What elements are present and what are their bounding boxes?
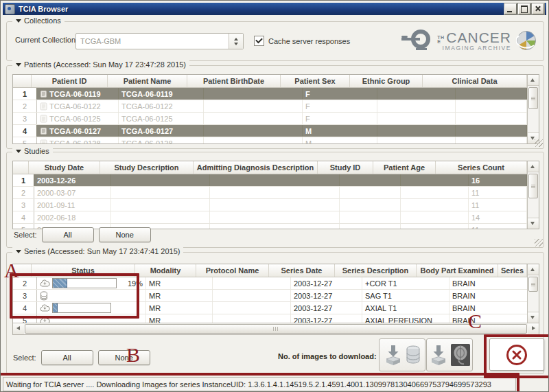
cancel-download-button[interactable] <box>489 338 544 371</box>
arrow-down-icon <box>530 316 535 319</box>
column-header[interactable]: Series Date <box>269 264 335 277</box>
resize-grip[interactable] <box>535 239 543 246</box>
table-row[interactable]: 2 TCGA-06-0122 TCGA-06-0122 F <box>13 100 527 113</box>
column-header[interactable]: Body Part Examined <box>417 264 498 277</box>
column-header[interactable]: Patient Age <box>373 161 436 174</box>
scroll-right-button[interactable] <box>528 323 539 334</box>
cloud-download-icon <box>40 279 50 287</box>
vertical-scrollbar[interactable] <box>527 75 539 143</box>
column-header[interactable]: Ethnic Group <box>350 75 423 87</box>
table-row[interactable]: 3 TCGA-06-0125 TCGA-06-0125 F <box>13 113 527 125</box>
window-title: TCIA Browser <box>19 5 504 13</box>
scrollbar-thumb[interactable] <box>528 277 538 292</box>
table-row[interactable]: 3 2001-09-11 11 <box>13 199 527 211</box>
column-header[interactable]: Patient BirthDate <box>187 75 281 87</box>
database-icon <box>406 345 421 365</box>
ct-scanner-icon <box>401 28 432 53</box>
series-status-cell: 19% <box>37 277 146 289</box>
arrow-up-icon <box>530 165 535 168</box>
column-header[interactable]: Admitting Diagnosis Description <box>194 161 318 174</box>
arrow-up-icon <box>530 78 535 82</box>
series-table-header: Status Modality Protocol Name Series Dat… <box>13 264 527 277</box>
column-header[interactable]: Study ID <box>318 161 373 174</box>
column-header[interactable]: Series Count <box>436 161 527 174</box>
studies-select-none-button[interactable]: None <box>99 227 151 242</box>
patient-record-icon <box>40 102 47 111</box>
globe-sphere-icon <box>516 30 537 51</box>
scroll-up-button[interactable] <box>528 264 539 275</box>
checkbox-box[interactable] <box>254 36 264 46</box>
column-header[interactable]: Patient Name <box>108 75 187 87</box>
scrollbar-thumb[interactable] <box>25 324 527 334</box>
table-row[interactable]: 4 MR 2003-12-27 AXIAL T1 BRAIN 6.000000 <box>13 302 527 314</box>
column-header[interactable]: Status <box>32 264 135 277</box>
scroll-down-button[interactable] <box>528 218 539 229</box>
maximize-button[interactable] <box>518 3 530 14</box>
table-row[interactable]: 4 TCGA-06-0127 TCGA-06-0127 M <box>13 125 527 137</box>
download-images-button[interactable] <box>426 338 473 371</box>
download-to-database-button[interactable] <box>379 338 425 371</box>
table-row[interactable]: 2 19% MR 2003-12-27 +COR T1 BRAIN 12.000… <box>13 277 527 290</box>
column-header[interactable]: Patient ID <box>32 75 108 87</box>
table-row[interactable]: 1 2003-12-26 16 <box>13 174 527 187</box>
column-header[interactable]: Clinical Data <box>423 75 527 87</box>
close-button[interactable] <box>532 3 544 14</box>
minimize-button[interactable] <box>504 3 517 14</box>
studies-select-all-button[interactable]: All <box>42 227 94 242</box>
cloud-download-icon <box>40 304 50 312</box>
scroll-up-button[interactable] <box>528 75 539 86</box>
column-header[interactable]: Series <box>498 264 527 277</box>
brain-mri-thumbnail-icon <box>451 344 470 366</box>
studies-legend[interactable]: Studies <box>12 147 53 155</box>
table-row[interactable]: 5 TCGA-06-0128 TCGA-06-0128 M <box>13 137 527 143</box>
table-row[interactable]: 2 2000-03-07 11 <box>13 187 527 199</box>
title-bar[interactable]: TCIA Browser <box>3 3 546 15</box>
table-row[interactable]: 3 MR 2003-12-27 SAG T1 BRAIN 4.000000 <box>13 290 527 302</box>
horizontal-scrollbar[interactable] <box>13 323 539 334</box>
maximize-icon <box>521 5 528 13</box>
logo-cancer-text: CANCER <box>446 30 511 45</box>
column-header[interactable]: Series Description <box>335 264 417 277</box>
collection-combobox-value: TCGA-GBM <box>76 37 229 45</box>
combobox-spinner[interactable] <box>229 34 243 49</box>
arrow-down-icon <box>530 222 535 225</box>
series-select-label: Select: <box>13 354 36 362</box>
download-box-icon <box>430 345 447 365</box>
vertical-scrollbar[interactable] <box>527 264 539 323</box>
scroll-up-button[interactable] <box>528 161 539 172</box>
cancel-x-icon <box>505 343 528 367</box>
scroll-left-button[interactable] <box>13 323 24 334</box>
column-header[interactable]: Patient Sex <box>281 75 350 87</box>
scrollbar-thumb[interactable] <box>528 174 538 198</box>
scroll-down-button[interactable] <box>528 312 539 323</box>
series-status-cell <box>37 302 146 314</box>
download-box-icon <box>384 345 402 365</box>
patients-table-header: Patient ID Patient Name Patient BirthDat… <box>13 75 527 88</box>
checkmark-icon <box>255 36 263 44</box>
column-header[interactable]: Modality <box>135 264 196 277</box>
patients-legend[interactable]: Patients (Accessed: Sun May 17 23:47:28 … <box>12 60 189 69</box>
download-progress-bar <box>52 278 117 288</box>
vertical-scrollbar[interactable] <box>527 161 539 229</box>
series-legend[interactable]: Series (Accessed: Sun May 17 23:47:41 20… <box>12 247 183 255</box>
collections-legend[interactable]: Collections <box>12 16 65 25</box>
collection-combobox[interactable]: TCGA-GBM <box>75 33 244 49</box>
table-row[interactable]: 1 TCGA-06-0119 TCGA-06-0119 F <box>13 88 527 100</box>
table-row[interactable]: 4 2002-06-18 14 <box>13 211 527 224</box>
series-select-all-button[interactable]: All <box>41 350 93 365</box>
resize-grip[interactable] <box>535 139 543 147</box>
spin-up-icon <box>234 38 238 41</box>
patient-record-icon <box>40 90 47 98</box>
current-collection-label: Current Collection: <box>15 36 78 44</box>
cache-server-checkbox[interactable]: Cache server responses <box>254 36 350 46</box>
column-header[interactable]: Protocol Name <box>196 264 269 277</box>
series-table: Status Modality Protocol Name Series Dat… <box>12 264 539 335</box>
column-header[interactable]: Study Date <box>29 161 100 174</box>
scrollbar-thumb[interactable] <box>528 87 538 109</box>
column-header[interactable]: Study Description <box>100 161 194 174</box>
table-row[interactable]: 5 MR 2003-12-27 AXIAL PERFUSION BRAIN 10… <box>13 314 527 323</box>
series-status-cell <box>37 314 146 323</box>
series-select-none-button[interactable]: None <box>98 350 150 365</box>
collections-group: Collections Current Collection: TCGA-GBM… <box>6 21 544 61</box>
patient-record-icon <box>40 115 47 123</box>
